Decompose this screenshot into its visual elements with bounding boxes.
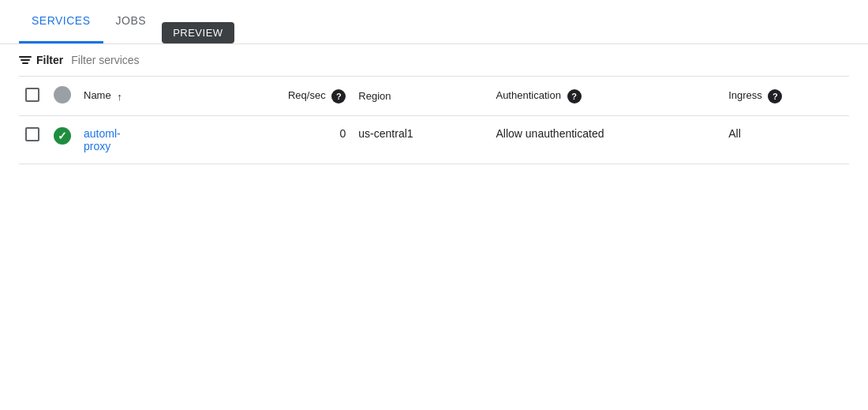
table-container: Name ↑ Req/sec ? Region Authentication ?… [0,76,868,164]
row-status-cell: ✓ [47,116,77,164]
col-header-authentication: Authentication ? [489,77,722,116]
row-region-cell: us-central1 [352,116,489,164]
sort-asc-icon: ↑ [117,91,122,103]
tab-jobs[interactable]: JOBS [103,0,159,43]
row-authentication-cell: Allow unauthenticated [489,116,722,164]
col-header-checkbox [19,77,47,116]
row-checkbox[interactable] [25,127,39,141]
col-header-req-sec: Req/sec ? [246,77,352,116]
filter-icon-wrap[interactable]: Filter [19,54,63,66]
col-header-ingress: Ingress ? [722,77,849,116]
ingress-help-icon[interactable]: ? [768,89,782,103]
row-req-sec-cell: 0 [246,116,352,164]
col-header-name[interactable]: Name ↑ [77,77,246,116]
row-ingress-cell: All [722,116,849,164]
filter-input[interactable] [71,54,308,66]
row-name-cell: automl- proxy [77,116,246,164]
header-checkbox[interactable] [25,88,39,102]
tab-preview[interactable]: PREVIEW [162,22,234,43]
filter-icon [19,56,32,64]
req-sec-help-icon[interactable]: ? [331,89,346,103]
row-status-check: ✓ [54,127,71,145]
col-header-region: Region [352,77,489,116]
service-name-link[interactable]: automl- proxy [84,127,121,152]
table-row: ✓ automl- proxy 0 us-central1 Allow unau… [19,116,849,164]
col-header-status [47,77,77,116]
row-checkbox-cell [19,116,47,164]
filter-bar: Filter [0,44,868,76]
filter-label: Filter [36,54,63,66]
tab-services[interactable]: SERVICES [19,0,103,43]
authentication-help-icon[interactable]: ? [567,89,582,103]
services-table: Name ↑ Req/sec ? Region Authentication ?… [19,76,849,164]
tab-bar: SERVICES JOBS PREVIEW [0,0,868,44]
table-header-row: Name ↑ Req/sec ? Region Authentication ?… [19,77,849,116]
header-status-dot [54,86,71,103]
